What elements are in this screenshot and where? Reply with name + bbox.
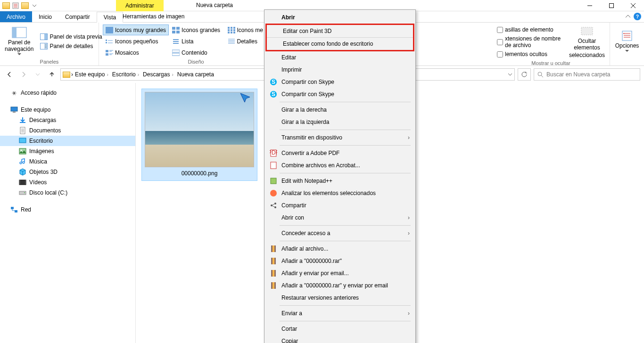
ctx-add-rar[interactable]: Añadir a "00000000.rar" (265, 255, 414, 267)
nav-history-dropdown[interactable] (32, 69, 43, 80)
sidebar-local-disk[interactable]: Disco local (C:) (0, 188, 135, 198)
chk-hidden-label: lementos ocultos (505, 51, 547, 57)
ctx-edit[interactable]: Editar (265, 51, 414, 64)
rar-icon (269, 245, 278, 253)
tab-share[interactable]: Compartir (58, 11, 97, 22)
tab-file[interactable]: Archivo (0, 11, 32, 22)
sidebar-documents[interactable]: Documentos (0, 125, 135, 136)
chk-extensions[interactable]: xtensiones de nombre de archivo (496, 35, 565, 49)
ctx-restore-versions[interactable]: Restaurar versiones anteriores (265, 292, 414, 304)
ctx-rar-email[interactable]: Añadir a "00000000.rar" y enviar por ema… (265, 279, 414, 292)
ctx-analyze[interactable]: Analizar los elementos seleccionados (265, 187, 414, 199)
ctx-restore-label: Restaurar versiones anteriores (281, 294, 359, 301)
chk-ext-label: xtensiones de nombre de archivo (505, 35, 564, 49)
help-icon[interactable]: ? (634, 13, 641, 20)
address-folder-icon (63, 72, 70, 78)
navigation-pane-button[interactable]: Panel de navegación (4, 24, 34, 58)
layout-content[interactable]: Contenido (169, 47, 224, 58)
maximize-button[interactable] (601, 0, 622, 11)
tab-file-label: Archivo (7, 14, 25, 20)
minimize-button[interactable] (579, 0, 601, 11)
ctx-add-archive[interactable]: Añadir al archivo... (265, 243, 414, 255)
ctx-open-with[interactable]: Abrir con› (265, 212, 414, 224)
ctx-send-to[interactable]: Enviar a› (265, 307, 414, 319)
ctx-notepad[interactable]: Edit with Notepad++ (265, 175, 414, 187)
qat-new-folder-icon[interactable] (21, 1, 29, 10)
sidebar-quick-access[interactable]: ⚹Acceso rápido (0, 88, 135, 98)
chk-hidden[interactable]: lementos ocultos (496, 50, 565, 58)
ctx-copy[interactable]: Copiar (265, 335, 414, 343)
sidebar-3d-objects[interactable]: Objetos 3D (0, 167, 135, 177)
sidebar-network[interactable]: Red (0, 204, 135, 215)
sidebar-this-pc[interactable]: Este equipo (0, 105, 135, 115)
tab-image-tools[interactable]: Herramientas de imagen (116, 11, 191, 22)
layout-icons-xl[interactable]: Iconos muy grandes (103, 24, 169, 35)
ctx-rotate-left[interactable]: Girar a la izquierda (265, 116, 414, 128)
hide-selected-button[interactable]: Ocultar elementos seleccionados (568, 24, 606, 59)
ctx-send-email[interactable]: Añadir y enviar por email... (265, 267, 414, 279)
layout-icons-s[interactable]: Iconos pequeños (103, 36, 169, 47)
submenu-arrow-icon: › (408, 214, 410, 221)
ctx-cast[interactable]: Transmitir en dispositivo› (265, 131, 414, 144)
ctx-separator (280, 173, 411, 173)
ctx-convert-pdf[interactable]: PDFConvertir a Adobe PDF (265, 147, 414, 159)
hide-selected-label-1: Ocultar elementos (569, 38, 605, 51)
ctx-combine-acrobat[interactable]: Combine archivos en Acrobat... (265, 159, 414, 172)
svg-rect-26 (172, 50, 180, 52)
nav-up-button[interactable] (46, 69, 58, 80)
ctx-separator (280, 241, 411, 241)
options-button[interactable]: Opciones (614, 24, 640, 58)
collapse-ribbon-icon[interactable] (625, 14, 631, 19)
ctx-print[interactable]: Imprimir (265, 64, 414, 76)
sidebar-desktop[interactable]: Escritorio (0, 136, 135, 146)
crumb-desktop[interactable]: Escritorio› (111, 71, 141, 78)
sidebar-videos[interactable]: Vídeos (0, 177, 135, 188)
qat-explorer-icon[interactable] (2, 1, 10, 10)
ctx-set-wallpaper-label: Establecer como fondo de escritorio (283, 41, 373, 47)
ctx-share[interactable]: Compartir (265, 199, 414, 212)
qat-properties-icon[interactable] (11, 1, 20, 10)
ctx-cut[interactable]: Cortar (265, 323, 414, 335)
ctx-open[interactable]: Abrir (265, 11, 414, 24)
address-dropdown-icon[interactable] (508, 72, 512, 77)
sidebar-music[interactable]: Música (0, 156, 135, 167)
ctx-skype-1[interactable]: SCompartir con Skype (265, 76, 414, 88)
crumb-downloads[interactable]: Descargas› (142, 71, 175, 78)
nav-forward-button[interactable] (18, 69, 29, 80)
preview-pane-button[interactable]: Panel de vista previa (37, 33, 105, 41)
search-box[interactable]: Buscar en Nueva carpeta (534, 68, 640, 81)
crumb-pc[interactable]: Este equipo› (74, 71, 110, 78)
crumb-folder[interactable]: Nueva carpeta (176, 71, 215, 78)
chk-item-checkboxes[interactable]: asillas de elemento (496, 26, 565, 33)
ctx-combine-label: Combine archivos en Acrobat... (281, 162, 360, 169)
qat-dropdown-icon[interactable] (30, 1, 39, 10)
layout-content-label: Contenido (182, 49, 207, 56)
nav-back-button[interactable] (4, 69, 15, 80)
ctx-grant-access[interactable]: Conceder acceso a› (265, 227, 414, 239)
sidebar-videos-label: Vídeos (29, 179, 47, 186)
manage-contextual-tab[interactable]: Administrar (116, 0, 164, 11)
tab-home[interactable]: Inicio (32, 11, 58, 22)
manage-tab-label: Administrar (125, 2, 154, 9)
sidebar-downloads[interactable]: Descargas (0, 115, 135, 125)
refresh-button[interactable] (518, 68, 531, 81)
svg-rect-33 (13, 112, 16, 113)
tab-home-label: Inicio (39, 14, 52, 20)
file-thumbnail[interactable]: 00000000.png (141, 89, 257, 181)
svg-rect-38 (19, 180, 26, 185)
sidebar-images[interactable]: Imágenes (0, 146, 135, 156)
sidebar-downloads-label: Descargas (29, 117, 56, 123)
ctx-skype-2[interactable]: SCompartir con Skype (265, 88, 414, 100)
ctx-rotate-right[interactable]: Girar a la derecha (265, 104, 414, 116)
close-button[interactable] (622, 0, 644, 11)
svg-rect-17 (231, 29, 232, 31)
layout-mosaic[interactable]: Mosaicos (103, 47, 169, 58)
showhide-group-label: Mostrar u ocultar (496, 59, 606, 66)
layout-icons-l[interactable]: Iconos grandes (169, 24, 224, 35)
ctx-paint3d[interactable]: Editar con Paint 3D (267, 25, 413, 38)
ctx-rot-r-label: Girar a la derecha (281, 106, 327, 113)
tab-image-tools-label: Herramientas de imagen (123, 13, 184, 20)
details-pane-button[interactable]: Panel de detalles (37, 42, 105, 50)
layout-list[interactable]: Lista (169, 36, 224, 47)
ctx-set-wallpaper[interactable]: Establecer como fondo de escritorio (267, 38, 413, 50)
